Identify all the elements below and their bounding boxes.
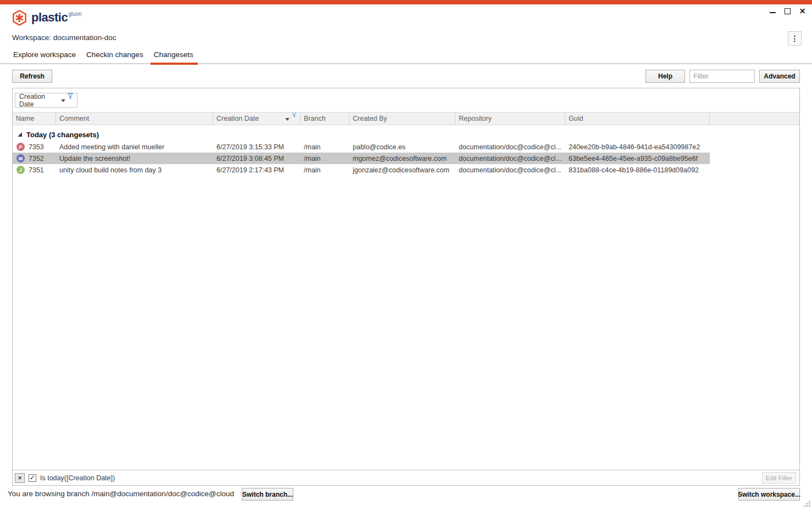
kebab-menu-button[interactable] xyxy=(788,31,802,46)
switch-branch-button[interactable]: Switch branch... xyxy=(242,488,293,501)
repository-cell: documentation/doc@codice@cl... xyxy=(455,155,565,162)
filter-enabled-checkbox[interactable] xyxy=(29,474,36,482)
guid-cell: 240ee20b-b9ab-4846-941d-ea54309987e2 xyxy=(565,143,710,151)
branch-cell: /main xyxy=(301,166,349,174)
filter-expression: Is today([Creation Date]) xyxy=(40,474,115,482)
main-tabs: Explore workspace Checkin changes Change… xyxy=(13,50,193,59)
guid-cell: 831ba088-c4ce-4b19-886e-01189d09a092 xyxy=(565,166,710,174)
switch-workspace-button[interactable]: Switch workspace... xyxy=(738,488,800,501)
maximize-icon xyxy=(785,8,791,14)
user-avatar: J xyxy=(16,166,25,174)
refresh-button[interactable]: Refresh xyxy=(12,70,52,83)
help-button[interactable]: Help xyxy=(646,70,685,83)
filter-funnel-icon xyxy=(292,113,297,119)
remove-filter-button[interactable] xyxy=(15,473,25,483)
window-controls xyxy=(765,4,810,18)
minimize-icon xyxy=(770,12,776,13)
created-by-cell: pablo@codice.es xyxy=(349,143,455,151)
changeset-id: 7351 xyxy=(29,166,44,174)
changesets-panel: Creation Date Name Comment Creation Date… xyxy=(12,88,800,486)
user-avatar: M xyxy=(16,154,25,162)
expander-triangle-icon[interactable] xyxy=(18,132,22,137)
tab-explore-workspace[interactable]: Explore workspace xyxy=(13,50,76,59)
guid-cell: 63be5ee4-465e-45ee-a935-c09a8be95e6f xyxy=(565,155,710,162)
created-by-cell: jgonzalez@codicesoftware.com xyxy=(349,166,455,174)
changeset-row[interactable]: J 7351 unity cloud build notes from day … xyxy=(13,164,710,176)
created-by-cell: mgomez@codicesoftware.com xyxy=(349,155,455,162)
name-cell: M 7352 xyxy=(13,154,56,162)
changeset-row[interactable]: P 7353 Added meeting with daniel mueller… xyxy=(13,141,710,153)
group-by-dropdown[interactable]: Creation Date xyxy=(15,93,77,108)
changeset-id: 7353 xyxy=(29,143,44,151)
changeset-id: 7352 xyxy=(29,155,44,162)
branch-cell: /main xyxy=(301,155,349,162)
comment-cell: Added meeting with daniel mueller xyxy=(56,143,213,151)
minimize-button[interactable] xyxy=(765,4,780,18)
column-header-filler xyxy=(710,113,799,125)
column-header-guid[interactable]: Guid xyxy=(565,113,710,125)
close-icon xyxy=(799,6,806,16)
repository-cell: documentation/doc@codice@cl... xyxy=(455,143,565,151)
branch-cell: /main xyxy=(301,143,349,151)
browsing-branch-status: You are browsing branch /main@documentat… xyxy=(8,490,234,498)
comment-cell: unity cloud build notes from day 3 xyxy=(56,166,213,174)
column-header-repository[interactable]: Repository xyxy=(455,113,565,125)
filter-funnel-icon xyxy=(68,93,73,101)
column-header-comment[interactable]: Comment xyxy=(56,113,213,125)
advanced-button[interactable]: Advanced xyxy=(759,70,800,83)
column-header-creation-date-label: Creation Date xyxy=(216,115,259,122)
repository-cell: documentation/doc@codice@cl... xyxy=(455,166,565,174)
column-header-created-by[interactable]: Created By xyxy=(349,113,455,125)
app-name-superscript: gluon xyxy=(68,9,81,17)
user-avatar: P xyxy=(16,143,25,151)
creation-date-cell: 6/27/2019 2:17:43 PM xyxy=(213,166,301,174)
tab-checkin-changes[interactable]: Checkin changes xyxy=(86,50,143,59)
column-header-branch[interactable]: Branch xyxy=(301,113,349,125)
table-header: Name Comment Creation Date Branch Create… xyxy=(13,112,799,125)
resize-grip-icon[interactable] xyxy=(804,499,810,509)
tabs-divider xyxy=(0,63,812,64)
sort-caret-icon xyxy=(61,99,65,102)
app-logo: plastic gluon xyxy=(11,9,82,26)
column-header-name[interactable]: Name xyxy=(13,113,56,125)
name-cell: J 7351 xyxy=(13,166,56,174)
comment-cell: Update the screenshot! xyxy=(56,155,213,162)
maximize-button[interactable] xyxy=(780,4,795,18)
filter-input[interactable] xyxy=(689,70,755,83)
filter-bar: Is today([Creation Date]) Edit Filter xyxy=(13,470,799,485)
creation-date-cell: 6/27/2019 3:15:33 PM xyxy=(213,143,301,151)
group-row-today[interactable]: Today (3 changesets) xyxy=(13,128,99,141)
group-label: Today (3 changesets) xyxy=(26,131,99,139)
column-header-creation-date[interactable]: Creation Date xyxy=(213,113,301,125)
workspace-label: Workspace: documentation-doc xyxy=(12,33,116,42)
creation-date-header-icons xyxy=(281,117,297,121)
edit-filter-button[interactable]: Edit Filter xyxy=(762,472,796,484)
creation-date-cell: 6/27/2019 3:08:45 PM xyxy=(213,155,301,162)
app-name: plastic xyxy=(31,9,68,26)
plastic-splat-logo-icon xyxy=(11,9,28,26)
name-cell: P 7353 xyxy=(13,143,56,151)
group-by-value: Creation Date xyxy=(19,93,57,108)
close-button[interactable] xyxy=(795,4,810,18)
tab-changesets[interactable]: Changesets xyxy=(154,50,193,59)
changeset-row-selected[interactable]: M 7352 Update the screenshot! 6/27/2019 … xyxy=(13,153,710,164)
sort-caret-icon xyxy=(285,118,290,121)
window-accent-bar xyxy=(0,0,812,4)
